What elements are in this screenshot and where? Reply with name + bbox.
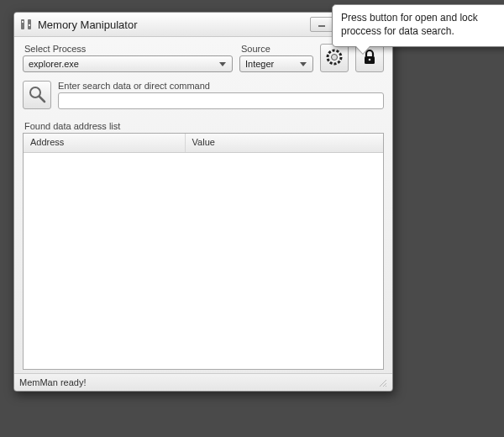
results-list[interactable]: Address Value (23, 133, 384, 370)
app-window: Memory Manipulator Select Process explor… (13, 12, 393, 392)
source-combo-value: Integer (245, 59, 297, 69)
refresh-icon (325, 48, 344, 69)
svg-marker-9 (300, 62, 307, 66)
refresh-button[interactable] (320, 44, 349, 72)
status-bar: MemMan ready! (14, 373, 392, 391)
minimize-button[interactable] (310, 17, 333, 32)
column-address[interactable]: Address (24, 134, 186, 152)
select-process-label: Select Process (23, 44, 233, 54)
search-input[interactable] (58, 92, 384, 109)
svg-line-16 (380, 380, 386, 387)
chevron-down-icon (217, 58, 228, 70)
found-list-label: Found data address list (24, 121, 384, 131)
app-icon (19, 18, 33, 31)
search-button[interactable] (23, 81, 51, 109)
tooltip: Press button for open and lock proccess … (332, 4, 504, 47)
svg-rect-3 (29, 24, 30, 26)
svg-rect-0 (21, 19, 24, 29)
chevron-down-icon (297, 58, 309, 70)
svg-line-15 (39, 97, 45, 102)
svg-line-18 (386, 386, 386, 387)
list-header: Address Value (24, 134, 383, 153)
source-combo[interactable]: Integer (239, 55, 313, 72)
tooltip-text: Press button for open and lock proccess … (341, 12, 478, 37)
svg-point-13 (369, 58, 371, 61)
svg-marker-8 (219, 62, 226, 66)
process-combo-value: explorer.exe (29, 59, 217, 69)
resize-grip-icon[interactable] (377, 377, 387, 387)
content-area: Select Process explorer.exe Source Integ… (14, 37, 392, 373)
svg-rect-2 (22, 21, 24, 23)
list-body[interactable] (24, 153, 383, 369)
svg-point-11 (332, 54, 338, 60)
status-text: MemMan ready! (19, 377, 86, 387)
process-combo[interactable]: explorer.exe (23, 55, 233, 72)
window-title: Memory Manipulator (38, 18, 307, 31)
search-icon (28, 85, 46, 106)
column-value[interactable]: Value (186, 134, 383, 152)
search-prompt-label: Enter search data or direct command (58, 81, 384, 91)
source-label: Source (239, 44, 313, 54)
